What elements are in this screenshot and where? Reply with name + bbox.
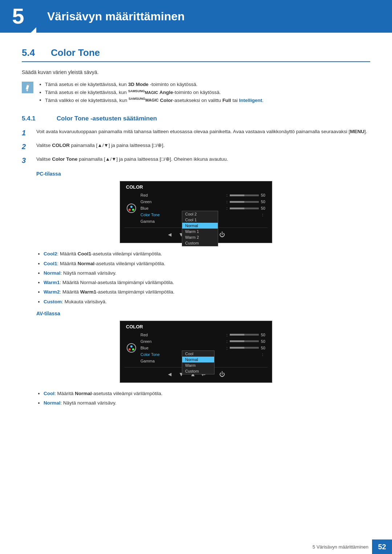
av-sidebar-icon [124,332,138,364]
pc-options-list: Cool2: Määritä Cool1-asetusta viileämpi … [22,250,370,305]
pc-submenu-warm1: Warm 1 [182,229,218,234]
section-number: 5.4 [22,47,44,58]
note-item-2: Tämä asetus ei ole käytettävissä, kun SA… [45,89,264,95]
pc-bar-green [230,201,259,203]
pc-submenu-cool1: Cool 1 [182,217,218,223]
subsection-title: Color Tone -asetusten säätäminen [57,115,157,122]
av-menu-red: Red : 50 [138,332,268,338]
pc-option-custom: Custom: Mukauta värisävyä. [44,298,370,305]
footer-page: 52 [372,539,392,554]
note-list: Tämä asetus ei ole käytettävissä, kun 3D… [38,82,264,105]
pc-menu-green: Green : 50 [138,198,268,205]
content-area: 5.4 Color Tone Säädä kuvan värien yleist… [0,33,392,433]
pc-menu-colortone: Color Tone : Cool 2 Cool 1 Normal Warm 1… [138,212,268,218]
av-menu-items: Red : 50 Green : 50 Blue : [138,332,268,364]
av-bar-red [230,334,259,336]
step-2: 2 Valitse COLOR painamalla [▲/▼] ja pain… [22,142,370,151]
step-1: 1 Voit avata kuvaruutuoppaan painamalla … [22,128,370,138]
step-num-3: 3 [22,156,32,165]
pc-submenu-cool2: Cool 2 [182,211,218,217]
svg-point-7 [132,209,134,211]
svg-point-11 [132,348,134,350]
av-submenu: Cool Normal Warm Custom [182,350,215,374]
chapter-title: Värisävyn määrittäminen [47,10,185,23]
svg-point-6 [128,209,131,211]
pc-option-warm1: Warm1: Määritä Normal-asetusta lämpimämp… [44,279,370,286]
subsection-heading: 5.4.1 Color Tone -asetusten säätäminen [22,115,370,122]
pc-btn-left: ◄ [167,231,173,238]
av-submenu-cool: Cool [182,351,214,357]
pc-menu-red: Red : 50 [138,192,268,198]
step-3: 3 Valitse Color Tone painamalla [▲/▼] ja… [22,156,370,165]
pc-option-cool1: Cool1: Määritä Normal-asetusta viileämpi… [44,260,370,267]
pc-submenu-warm2: Warm 2 [182,234,218,240]
pc-option-normal: Normal: Näytä normaali värisävy. [44,270,370,277]
av-option-cool: Cool: Määritä Normal-asetusta viileämpi … [44,390,370,397]
pencil-icon [22,82,33,93]
pc-option-cool2: Cool2: Määritä Cool1-asetusta viileämpi … [44,250,370,258]
note-box: Tämä asetus ei ole käytettävissä, kun 3D… [22,82,370,105]
av-submenu-warm: Warm [182,362,214,368]
chapter-number-box: 5 [0,0,36,33]
av-menu-title: COLOR [124,324,268,329]
pc-submenu-custom: Custom [182,240,218,246]
intro-text: Säädä kuvan värien yleistä sävyä. [22,69,370,75]
pc-option-warm2: Warm2: Määritä Warm1-asetusta lämpimämpi… [44,288,370,296]
av-submenu-custom: Custom [182,368,214,374]
step-text-3: Valitse Color Tone painamalla [▲/▼] ja p… [36,156,228,163]
av-mode-label: AV-tilassa [36,311,370,316]
step-num-2: 2 [22,142,32,151]
pc-menu-items: Red : 50 Green : 50 Blue : [138,192,268,225]
svg-point-4 [127,204,136,213]
av-options-list: Cool: Määritä Normal-asetusta viileämpi … [22,390,370,407]
pc-submenu: Cool 2 Cool 1 Normal Warm 1 Warm 2 Custo… [182,211,218,246]
pc-monitor-screenshot: COLOR Red : 50 [120,181,272,243]
svg-point-10 [128,348,131,350]
subsection-number: 5.4.1 [22,115,51,122]
svg-point-5 [130,206,132,208]
pc-sidebar-icon [124,192,138,225]
pc-submenu-normal: Normal [182,223,218,229]
av-option-normal: Normal: Näytä normaali värisävy. [44,399,370,407]
step-text-2: Valitse COLOR painamalla [▲/▼] ja paina … [36,142,165,149]
footer: 5 Värisävyn määrittäminen 52 [313,539,392,554]
av-menu-green: Green : 50 [138,338,268,345]
note-item-3: Tämä valikko ei ole käytettävissä, kun S… [45,97,264,103]
av-btn-power: ⏻ [219,371,225,378]
chapter-number: 5 [12,5,24,27]
section-heading: 5.4 Color Tone [22,47,370,62]
step-num-1: 1 [22,128,32,138]
steps-list: 1 Voit avata kuvaruutuoppaan painamalla … [22,128,370,165]
av-bar-blue [230,347,259,349]
pc-mode-label: PC-tilassa [36,171,370,177]
note-item-1: Tämä asetus ei ole käytettävissä, kun 3D… [45,82,264,87]
pc-monitor-container: COLOR Red : 50 [22,181,370,243]
av-bar-green [230,340,259,342]
pc-bar-red [230,194,259,196]
svg-point-8 [127,344,136,352]
pc-btn-power: ⏻ [219,231,225,238]
av-monitor-screenshot: COLOR Red : 50 [120,321,272,383]
av-menu-colortone: Color Tone : Cool Normal Warm Custom [138,351,268,358]
svg-point-9 [130,345,132,348]
av-monitor-container: COLOR Red : 50 [22,321,370,383]
header-bar: 5 Värisävyn määrittäminen [0,0,392,33]
footer-text: 5 Värisävyn määrittäminen [313,544,368,550]
av-submenu-normal: Normal [182,357,214,362]
step-text-1: Voit avata kuvaruutuoppaan painamalla mi… [36,128,367,135]
av-btn-left: ◄ [167,371,173,378]
section-title: Color Tone [51,47,100,58]
pc-bar-blue [230,208,259,209]
pc-menu-title: COLOR [124,184,268,190]
pc-monitor-body: Red : 50 Green : 50 Blue : [124,192,268,225]
av-monitor-body: Red : 50 Green : 50 Blue : [124,332,268,364]
